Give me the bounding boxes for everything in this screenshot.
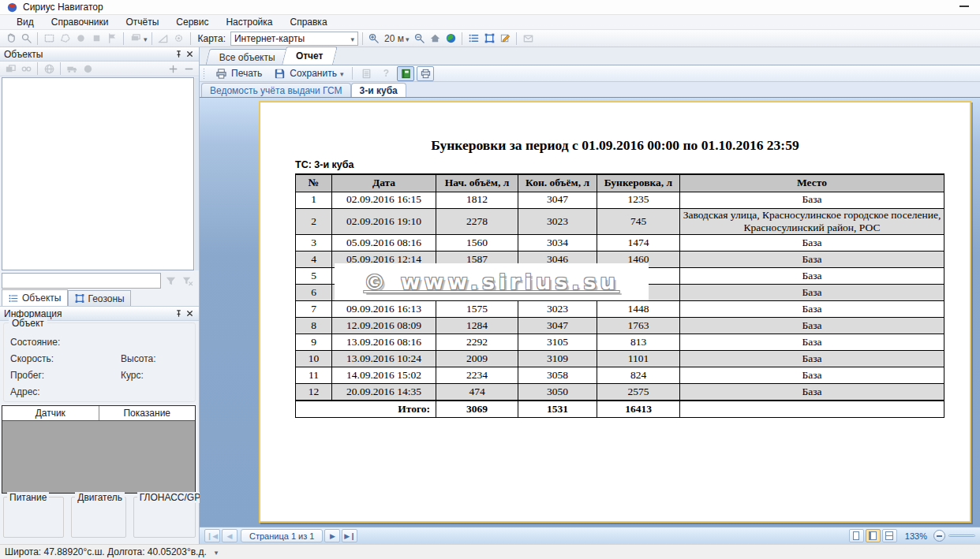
tab-geozones[interactable]: Геозоны — [68, 290, 131, 306]
ruler-icon[interactable] — [156, 32, 170, 46]
zoom-out-button[interactable] — [933, 530, 945, 542]
print-layout-button[interactable] — [417, 66, 434, 81]
report-viewport[interactable]: Бункеровки за период с 01.09.2016 00:00 … — [200, 97, 980, 527]
close-icon[interactable] — [184, 49, 195, 60]
zoom-slider[interactable] — [948, 535, 975, 537]
objects-list[interactable] — [2, 77, 194, 270]
cell: 12 — [296, 384, 332, 401]
left-panel: Объекты — [0, 47, 200, 544]
globe-gray-icon[interactable] — [42, 61, 56, 76]
cell: 474 — [436, 384, 518, 401]
home-icon[interactable] — [428, 32, 442, 46]
mail-icon[interactable] — [521, 32, 535, 46]
menu-item-directories[interactable]: Справочники — [43, 15, 118, 29]
minimize-button[interactable] — [959, 6, 969, 7]
filter-clear-icon[interactable] — [180, 274, 194, 288]
menu-item-service[interactable]: Сервис — [167, 15, 217, 29]
circle-tool-icon[interactable] — [73, 32, 88, 46]
report-page: Бункеровки за период с 01.09.2016 00:00 … — [259, 101, 971, 523]
sphere-icon[interactable] — [80, 61, 95, 76]
zoom-in-icon[interactable] — [367, 32, 381, 46]
objects-panel-title: Объекты — [4, 49, 173, 60]
tab-report[interactable]: Отчет — [282, 47, 337, 65]
cell: 10 — [296, 351, 332, 367]
layers-icon[interactable] — [128, 32, 142, 46]
next-page-button[interactable] — [324, 529, 340, 542]
help-icon: ? — [383, 68, 389, 79]
first-page-button[interactable] — [204, 529, 220, 542]
tab-all-objects[interactable]: Все объекты — [206, 49, 290, 65]
cell: 13.09.2016 08:16 — [332, 334, 436, 351]
map-combobox[interactable]: Интернет-карты — [230, 32, 358, 46]
object-group-label: Объект — [9, 318, 47, 329]
pin-icon[interactable] — [173, 308, 184, 319]
cell: 3 — [296, 235, 332, 252]
prev-page-button[interactable] — [222, 529, 238, 542]
page-setup-button[interactable] — [357, 66, 375, 81]
rect-select-icon[interactable] — [42, 32, 56, 46]
close-icon[interactable] — [184, 308, 195, 319]
vehicle-icon[interactable] — [65, 61, 79, 76]
zoom-window-icon[interactable] — [19, 32, 33, 46]
plus-icon[interactable] — [166, 61, 180, 76]
tab-cube-report[interactable]: 3-и куба — [351, 83, 406, 97]
last-page-button[interactable] — [342, 529, 357, 542]
menu-item-settings[interactable]: Настройка — [217, 15, 281, 29]
book-view-button[interactable] — [397, 66, 414, 81]
help-button[interactable]: ? — [377, 66, 395, 81]
minus-icon[interactable] — [181, 61, 196, 76]
page-setup-icon — [359, 66, 373, 80]
globe-icon[interactable] — [443, 32, 458, 46]
page-indicator[interactable]: Страница 1 из 1 — [241, 529, 323, 542]
coordinates-text: Широта: 47.88920°с.ш. Долгота: 40.05203°… — [5, 546, 207, 557]
map-label: Карта: — [198, 33, 226, 44]
tab-objects[interactable]: Объекты — [2, 289, 68, 306]
legend-list-icon[interactable] — [466, 32, 481, 46]
selection-frame-icon[interactable] — [482, 32, 496, 46]
tab-gsm-report[interactable]: Ведомость учёта выдачи ГСМ — [201, 83, 351, 97]
menu-item-view[interactable]: Вид — [8, 15, 43, 29]
printer-icon — [214, 66, 228, 80]
cell: 1101 — [597, 351, 680, 367]
cell: 1812 — [436, 192, 518, 208]
filter-icon[interactable] — [163, 274, 178, 288]
cell: Заводская улица, Красносулинское городск… — [680, 208, 944, 235]
zoom-out-icon[interactable] — [412, 32, 426, 46]
objects-list-scrollbar[interactable] — [195, 77, 199, 270]
cell: 09.09.2016 16:13 — [332, 301, 436, 318]
fit-width-view-button[interactable] — [866, 529, 881, 542]
cell: 3034 — [518, 235, 597, 252]
polygon-select-icon[interactable] — [58, 32, 72, 46]
main-toolbar: Карта: Интернет-карты 20 м — [0, 30, 980, 47]
layers-caret-icon[interactable] — [144, 33, 148, 44]
cell: 3058 — [518, 367, 597, 384]
scale-caret-icon[interactable] — [406, 33, 410, 44]
search-input[interactable] — [2, 273, 161, 289]
pin-icon[interactable] — [173, 49, 184, 60]
glonass-gps-indicator: ГЛОНАСС/GPS — [133, 497, 196, 538]
square-tool-icon[interactable] — [89, 32, 103, 46]
flag-tool-icon[interactable] — [105, 32, 119, 46]
power-indicator-label: Питание — [7, 492, 49, 503]
add-group-icon[interactable] — [3, 61, 17, 76]
multi-page-icon — [885, 531, 893, 540]
pan-hand-icon[interactable] — [3, 32, 17, 46]
save-button[interactable]: Сохранить — [268, 66, 347, 81]
print-button[interactable]: Печать — [210, 66, 266, 81]
single-page-view-button[interactable] — [849, 529, 864, 542]
search-row — [2, 272, 198, 289]
measure-icon[interactable] — [172, 32, 186, 46]
main-area: Все объекты Отчет Печать Сохранить — [200, 47, 980, 544]
cell: 1235 — [597, 192, 680, 208]
menu-item-help[interactable]: Справка — [281, 15, 335, 29]
statusbar-caret-icon[interactable] — [215, 546, 219, 557]
link-icon[interactable] — [19, 61, 33, 76]
edit-note-icon[interactable] — [498, 32, 512, 46]
cell: База — [680, 252, 944, 268]
cell: 4 — [296, 252, 332, 268]
glonass-gps-indicator-label: ГЛОНАСС/GPS — [137, 492, 209, 503]
window-title: Сириус Навигатор — [23, 2, 103, 13]
map-scale-value: 20 м — [384, 33, 404, 44]
menu-item-reports[interactable]: Отчёты — [117, 15, 167, 29]
multi-page-view-button[interactable] — [882, 529, 897, 542]
